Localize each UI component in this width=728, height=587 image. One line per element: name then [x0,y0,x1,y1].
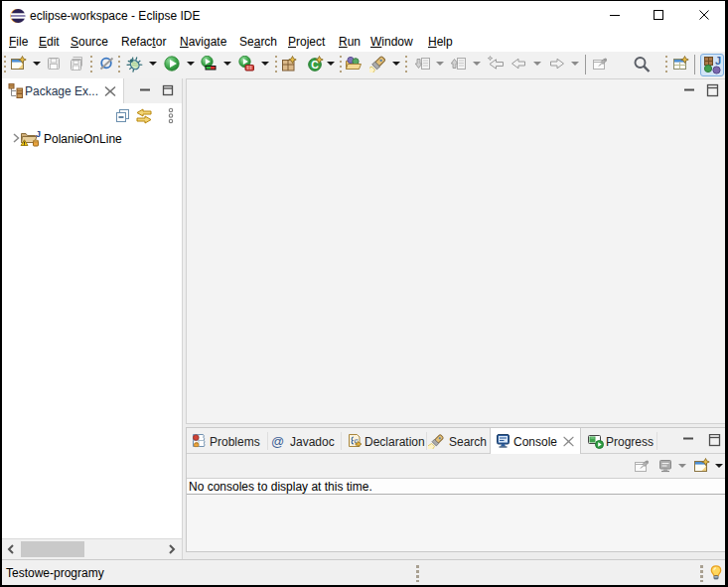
svg-text:J: J [715,55,721,67]
svg-text:J: J [36,129,41,139]
